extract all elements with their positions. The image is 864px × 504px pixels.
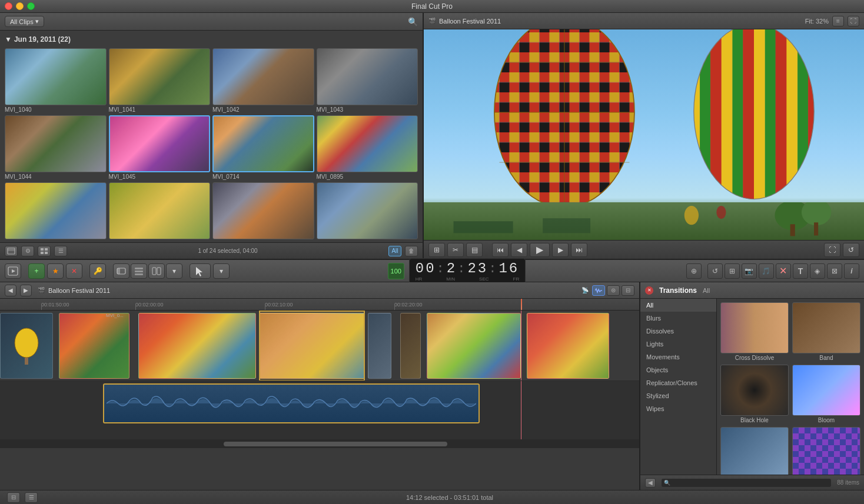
timeline-clip-7[interactable] <box>427 313 521 379</box>
trim-button[interactable]: ✂ <box>447 243 464 257</box>
next-frame-button[interactable]: ▶ <box>552 243 569 257</box>
fit-view-button[interactable]: ⊞ <box>428 243 445 257</box>
svg-rect-33 <box>135 268 143 269</box>
clip-item-MVI_0714[interactable]: MVI_0714 <box>212 115 314 180</box>
step-forward-button[interactable]: ⏭ <box>571 243 587 257</box>
transitions-search-bar[interactable]: 🔍 <box>662 479 831 487</box>
transition-bloom[interactable]: Bloom <box>792 365 860 423</box>
status-icon-right[interactable]: ☰ <box>25 492 38 503</box>
transitions-category-all[interactable]: All <box>640 299 716 312</box>
transitions-category-replicator[interactable]: Replicator/Clones <box>640 376 716 389</box>
transitions-category-blurs[interactable]: Blurs <box>640 312 716 325</box>
timeline-nav-forward[interactable]: ▶ <box>20 285 32 296</box>
select-tool-btn[interactable] <box>190 263 211 279</box>
transitions-all-button[interactable]: All <box>703 287 710 294</box>
fullscreen-button[interactable]: ⛶ <box>824 243 840 257</box>
all-filter-active[interactable]: All <box>388 246 401 256</box>
timeline-clip-3[interactable] <box>138 313 256 379</box>
timeline-clip-6[interactable] <box>400 313 421 379</box>
clip-height-btn[interactable]: ⊜ <box>607 285 620 296</box>
transition-thumb-cross-dissolve <box>720 302 789 353</box>
list-view-button[interactable]: ☰ <box>54 246 67 256</box>
trash-button[interactable]: 🗑 <box>405 246 418 256</box>
play-button[interactable]: ▶ <box>530 243 550 257</box>
clip-item-MVI_1042[interactable]: MVI_1042 <box>212 48 314 113</box>
grid-view-button[interactable] <box>38 246 51 256</box>
status-icon-left[interactable]: ⊟ <box>7 492 20 503</box>
audio-clip-block[interactable] <box>103 383 480 423</box>
timeline-clip-1[interactable] <box>0 313 53 379</box>
all-clips-button[interactable]: All Clips ▾ <box>5 16 44 27</box>
speed-btn[interactable]: ⊠ <box>827 263 842 279</box>
effects-btn[interactable]: ◈ <box>810 263 825 279</box>
clip-item-MVI_1041[interactable]: MVI_1041 <box>109 48 211 113</box>
transitions-category-lights[interactable]: Lights <box>640 338 716 351</box>
import-button[interactable] <box>5 246 18 256</box>
undo-btn[interactable]: ↺ <box>707 263 723 279</box>
transitions-category-objects[interactable]: Objects <box>640 363 716 376</box>
collapse-arrow-icon[interactable]: ▼ <box>5 35 12 44</box>
audio-btn[interactable]: 🎵 <box>759 263 774 279</box>
timeline-clip-2[interactable] <box>59 313 129 379</box>
transition-black-hole[interactable]: Black Hole <box>720 365 789 423</box>
import-media-button[interactable] <box>5 263 21 279</box>
minimize-button[interactable] <box>16 2 24 10</box>
transition-label-cross-dissolve: Cross Dissolve <box>720 355 789 361</box>
transitions-category-movements[interactable]: Movements <box>640 351 716 363</box>
composite-btn[interactable]: ⊕ <box>686 263 702 279</box>
transition-cross-dissolve[interactable]: Cross Dissolve <box>720 302 789 361</box>
split-view-btn[interactable] <box>148 263 165 279</box>
timeline-clip-8[interactable] <box>527 313 609 379</box>
info-btn[interactable]: i <box>844 263 859 279</box>
settings-button[interactable]: ⚙ <box>21 246 34 256</box>
clip-view-btn[interactable] <box>113 263 129 279</box>
tc-hr: 00 <box>416 261 436 276</box>
transitions-category-wipes[interactable]: Wipes <box>640 402 716 415</box>
clip-item-row3c[interactable] <box>212 182 314 241</box>
clip-item-row3d[interactable] <box>317 182 418 241</box>
reject-button[interactable]: ✕ <box>66 263 82 279</box>
transition-band[interactable]: Band <box>792 302 860 361</box>
transitions-close-button[interactable]: ✕ <box>645 286 653 295</box>
transitions-panel: ✕ Transitions All All Blurs Dissolves Li… <box>640 282 864 490</box>
traffic-lights <box>5 2 35 10</box>
viewer-zoom-button[interactable]: ≡ <box>832 16 844 26</box>
search-icon[interactable]: 🔍 <box>408 17 418 26</box>
clip-item-MVI_1044[interactable]: MVI_1044 <box>5 115 107 180</box>
refresh-button[interactable]: ↺ <box>843 243 859 257</box>
clip-item-MVI_1040[interactable]: MVI_1040 <box>5 48 107 113</box>
timeline-scrollbar[interactable] <box>224 442 447 446</box>
transitions-footer-nav-left[interactable]: ◀ <box>645 478 656 488</box>
clip-item-row3b[interactable] <box>109 182 211 241</box>
clip-item-MVI_1043[interactable]: MVI_1043 <box>317 48 418 113</box>
timeline-clip-5[interactable] <box>368 313 391 379</box>
maximize-button[interactable] <box>27 2 35 10</box>
audio-video-btn[interactable] <box>592 285 605 296</box>
dropdown-options-btn[interactable]: ▾ <box>166 263 182 279</box>
step-back-button[interactable]: ⏮ <box>492 243 509 257</box>
tool-dropdown-btn[interactable]: ▾ <box>213 263 230 279</box>
clip-item-MVI_0895[interactable]: MVI_0895 <box>317 115 418 180</box>
keywords-button[interactable]: 🔑 <box>89 263 106 279</box>
timeline-settings-btn[interactable]: ⊟ <box>622 285 634 296</box>
clip-menu-button[interactable]: ▤ <box>466 243 483 257</box>
list-view-btn[interactable] <box>131 263 147 279</box>
timeline-nav-back[interactable]: ◀ <box>5 285 16 296</box>
clip-item-row3a[interactable] <box>5 182 107 241</box>
close-button[interactable] <box>5 2 12 10</box>
text-btn[interactable]: T <box>793 263 808 279</box>
favorite-button[interactable]: ★ <box>47 263 64 279</box>
transitions-category-stylized[interactable]: Stylized <box>640 389 716 402</box>
transition-btn[interactable]: ✕ <box>776 263 791 279</box>
clip-appearance-btn[interactable]: ⊞ <box>725 263 740 279</box>
viewer-fullscreen-button[interactable]: ⛶ <box>848 16 859 26</box>
add-button[interactable]: + <box>28 263 45 279</box>
timeline-clip-4[interactable] <box>259 313 365 379</box>
transition-checker[interactable]: Checker <box>792 427 860 475</box>
prev-frame-button[interactable]: ◀ <box>511 243 527 257</box>
clip-item-MVI_1045[interactable]: MVI_1045 <box>109 115 211 180</box>
clip-label-small: MVI_0... <box>106 313 124 318</box>
transitions-category-dissolves[interactable]: Dissolves <box>640 325 716 338</box>
transition-center[interactable]: Center <box>720 427 789 475</box>
camera-btn[interactable]: 📷 <box>742 263 757 279</box>
